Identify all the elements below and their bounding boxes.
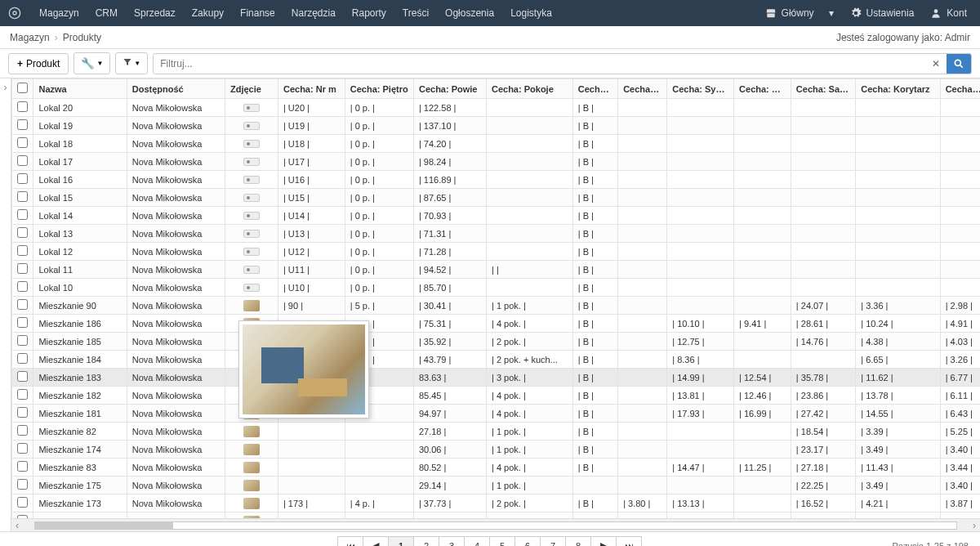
column-header[interactable]: Cecha: Powie [413,79,486,99]
row-checkbox[interactable] [17,155,28,166]
column-header[interactable]: Cecha: Nr m [278,79,345,99]
nav-raporty[interactable]: Raporty [344,1,394,25]
page-number-button[interactable]: 1 [388,536,414,547]
nav-finanse[interactable]: Finanse [232,1,283,25]
thumbnail-icon[interactable] [243,300,260,311]
page-nav-button[interactable]: ⏭ [616,536,642,547]
table-row[interactable]: Mieszkanie 83Nova Mikołowska80.52 || 4 p… [12,459,981,477]
table-row[interactable]: Lokal 10Nova Mikołowska| U10 || 0 p. || … [12,279,981,297]
expand-sidebar-handle[interactable]: › [0,78,11,531]
table-row[interactable]: Lokal 14Nova Mikołowska| U14 || 0 p. || … [12,207,981,225]
row-checkbox[interactable] [17,245,28,256]
row-checkbox[interactable] [17,263,28,274]
table-row[interactable]: Lokal 15Nova Mikołowska| U15 || 0 p. || … [12,189,981,207]
thumbnail-icon[interactable] [243,480,260,491]
column-header[interactable]: Dostępność [127,79,225,99]
table-row[interactable]: Lokal 20Nova Mikołowska| U20 || 0 p. || … [12,99,981,117]
column-header[interactable]: Cecha: Lo [618,79,667,99]
thumbnail-icon[interactable] [243,230,260,238]
column-header[interactable]: Nazwa [33,79,127,99]
table-row[interactable]: Mieszkanie 184Nova Mikołowska| 184 || 5 … [12,351,981,369]
filter-dropdown[interactable]: ▼ [115,52,148,74]
scroll-left-arrow[interactable]: ‹ [11,520,23,531]
row-checkbox[interactable] [17,353,28,364]
table-row[interactable]: Lokal 17Nova Mikołowska| U17 || 0 p. || … [12,153,981,171]
table-row[interactable]: Mieszkanie 182Nova Mikołowska85.45 || 4 … [12,387,981,405]
row-checkbox[interactable] [17,101,28,112]
thumbnail-icon[interactable] [243,104,260,112]
nav-magazyn[interactable]: Magazyn [31,1,87,25]
row-checkbox[interactable] [17,119,28,130]
page-number-button[interactable]: 8 [565,536,591,547]
table-row[interactable]: Mieszkanie 185Nova Mikołowska| 185 || 5 … [12,333,981,351]
nav-crm[interactable]: CRM [87,1,126,25]
page-number-button[interactable]: 2 [413,536,439,547]
table-row[interactable]: Lokal 13Nova Mikołowska| U13 || 0 p. || … [12,225,981,243]
page-nav-button[interactable]: ▶ [590,536,617,547]
row-checkbox[interactable] [17,407,28,418]
thumbnail-icon[interactable] [243,444,260,455]
column-header[interactable]: Cecha: Salon [791,79,855,99]
column-header[interactable]: Cecha: Syp [734,79,791,99]
thumbnail-icon[interactable] [243,140,260,148]
settings-link[interactable]: Ustawienia [844,2,921,24]
row-checkbox[interactable] [17,173,28,184]
nav-narzędzia[interactable]: Narzędzia [283,1,344,25]
column-header[interactable]: Zdjęcie [225,79,278,99]
add-product-button[interactable]: + Produkt [8,53,69,74]
thumbnail-icon[interactable] [243,158,260,166]
thumbnail-icon[interactable] [243,176,260,184]
thumbnail-icon[interactable] [243,122,260,130]
thumbnail-icon[interactable] [243,426,260,437]
column-header[interactable]: Cecha: Bu [572,79,617,99]
clear-filter-button[interactable]: ✕ [925,58,947,69]
table-row[interactable]: Mieszkanie 175Nova Mikołowska29.14 || 1 … [12,477,981,495]
thumbnail-icon[interactable] [243,194,260,202]
table-row[interactable]: Mieszkanie 181Nova Mikołowska94.97 || 4 … [12,405,981,423]
table-row[interactable]: Mieszkanie 173Nova Mikołowska| 173 || 4 … [12,495,981,512]
scrollbar-thumb[interactable] [35,522,173,529]
table-row[interactable]: Lokal 16Nova Mikołowska| U16 || 0 p. || … [12,171,981,189]
column-header[interactable]: Cecha: Pokoje [486,79,572,99]
horizontal-scrollbar[interactable]: ‹ › [11,518,980,531]
breadcrumb-root[interactable]: Magazyn [10,32,50,43]
thumbnail-icon[interactable] [243,498,260,509]
column-header[interactable]: Cecha: Piętro [345,79,413,99]
row-checkbox[interactable] [17,299,28,310]
row-checkbox[interactable] [17,479,28,490]
row-checkbox[interactable] [17,389,28,400]
table-row[interactable]: Lokal 18Nova Mikołowska| U18 || 0 p. || … [12,135,981,153]
page-number-button[interactable]: 4 [464,536,490,547]
thumbnail-icon[interactable] [243,266,260,274]
row-checkbox[interactable] [17,425,28,436]
nav-sprzedaz[interactable]: Sprzedaz [126,1,184,25]
nav-ogłoszenia[interactable]: Ogłoszenia [437,1,502,25]
column-header[interactable] [12,79,33,99]
page-nav-button[interactable]: ◀ [363,536,389,547]
nav-zakupy[interactable]: Zakupy [184,1,232,25]
thumbnail-icon[interactable] [243,284,260,292]
row-checkbox[interactable] [17,371,28,382]
search-button[interactable] [947,53,971,74]
table-row[interactable]: Mieszkanie 186Nova Mikołowska| 186 || 5 … [12,315,981,333]
row-checkbox[interactable] [17,209,28,220]
store-selector[interactable]: Główny ▾ [759,2,840,24]
row-checkbox[interactable] [17,191,28,202]
page-number-button[interactable]: 7 [540,536,566,547]
row-checkbox[interactable] [17,281,28,292]
table-row[interactable]: Lokal 19Nova Mikołowska| U19 || 0 p. || … [12,117,981,135]
table-row[interactable]: Mieszkanie 82Nova Mikołowska27.18 || 1 p… [12,423,981,441]
table-row[interactable]: Mieszkanie 174Nova Mikołowska30.06 || 1 … [12,441,981,459]
table-row[interactable]: Mieszkanie 183Nova Mikołowska83.63 || 3 … [12,369,981,387]
nav-treści[interactable]: Treści [394,1,437,25]
thumbnail-icon[interactable] [243,248,260,256]
row-checkbox[interactable] [17,443,28,454]
page-nav-button[interactable]: ⏮ [337,536,363,547]
thumbnail-icon[interactable] [243,462,260,473]
scroll-right-arrow[interactable]: › [969,520,980,531]
column-header[interactable]: Cecha: Ła [940,79,980,99]
column-header[interactable]: Cecha: Sypia [667,79,734,99]
app-logo-icon[interactable] [7,5,23,21]
account-link[interactable]: Kont [924,2,973,24]
page-number-button[interactable]: 5 [489,536,515,547]
